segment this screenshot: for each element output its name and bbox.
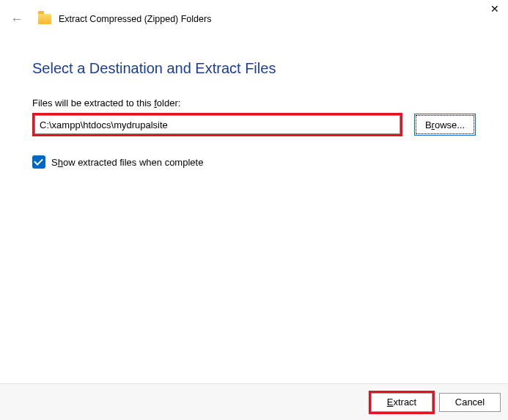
browse-prefix: B — [425, 119, 432, 130]
folder-label-prefix: Files will be extracted to this — [32, 97, 154, 108]
path-highlight — [32, 113, 402, 136]
path-row: Browse... — [32, 113, 476, 136]
close-icon[interactable]: ✕ — [490, 3, 499, 15]
extract-highlight: Extract — [369, 391, 435, 414]
folder-icon — [38, 14, 51, 24]
checkbox-suffix: ow extracted files when complete — [63, 157, 203, 168]
extract-button[interactable]: Extract — [371, 393, 432, 412]
browse-button[interactable]: Browse... — [414, 114, 476, 136]
titlebar: ✕ ← Extract Compressed (Zipped) Folders — [0, 0, 508, 37]
window-title: Extract Compressed (Zipped) Folders — [59, 14, 211, 24]
checkbox-label[interactable]: Show extracted files when complete — [51, 157, 203, 168]
checkbox-underline: h — [58, 157, 63, 168]
folder-label-suffix: older: — [157, 97, 181, 108]
checkbox-row: Show extracted files when complete — [32, 155, 476, 169]
content-area: Select a Destination and Extract Files F… — [0, 37, 508, 169]
extract-suffix: xtract — [393, 397, 416, 408]
page-heading: Select a Destination and Extract Files — [32, 60, 476, 77]
folder-label: Files will be extracted to this folder: — [32, 97, 476, 108]
cancel-button[interactable]: Cancel — [439, 393, 501, 412]
footer: Extract Cancel — [0, 383, 508, 420]
destination-path-input[interactable] — [34, 115, 400, 134]
checkbox-prefix: S — [51, 157, 58, 168]
browse-suffix: owse... — [435, 119, 465, 130]
show-files-checkbox[interactable] — [32, 155, 45, 169]
back-arrow-icon[interactable]: ← — [10, 12, 23, 27]
